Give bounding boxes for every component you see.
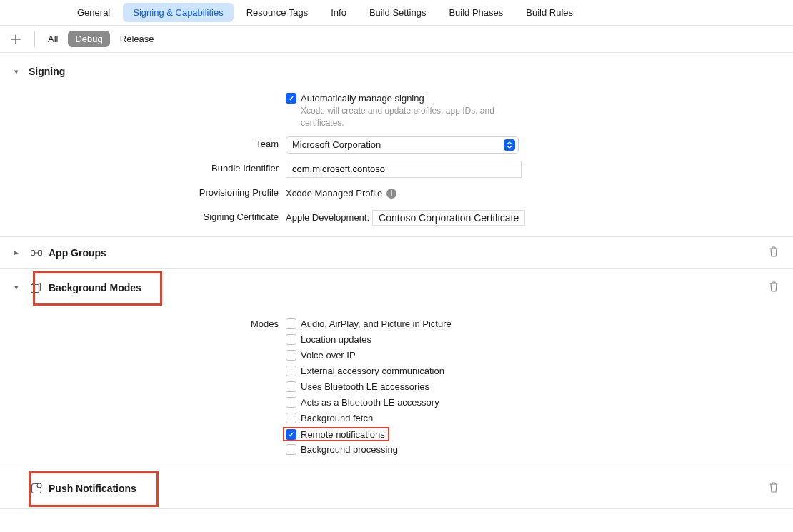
select-arrows-icon <box>504 139 515 151</box>
section-signing: ▾ Signing ✓ Automatically manage signing… <box>0 53 793 237</box>
chevron-right-icon[interactable]: ▸ <box>14 248 24 257</box>
trash-icon <box>769 246 779 257</box>
auto-manage-signing-label: Automatically manage signing <box>301 93 424 104</box>
tab-signing-capabilities[interactable]: Signing & Capabilities <box>123 3 233 22</box>
mode-label: Voice over IP <box>301 350 356 361</box>
plus-icon <box>11 34 21 44</box>
bundle-id-label: Bundle Identifier <box>14 161 286 174</box>
tab-build-rules[interactable]: Build Rules <box>516 3 583 22</box>
mode-item: Acts as a Bluetooth LE accessory <box>286 395 452 411</box>
mode-checkbox[interactable] <box>286 397 296 408</box>
background-modes-title: Background Modes <box>49 282 141 293</box>
background-modes-icon <box>29 283 44 293</box>
separator <box>34 31 35 47</box>
info-icon[interactable]: i <box>386 189 396 199</box>
push-notifications-icon <box>29 483 44 494</box>
provisioning-profile-label: Provisioning Profile <box>14 185 286 198</box>
mode-label: Acts as a Bluetooth LE accessory <box>301 397 439 408</box>
tab-build-phases[interactable]: Build Phases <box>439 3 513 22</box>
mode-label: Audio, AirPlay, and Picture in Picture <box>301 318 452 329</box>
mode-label: Background processing <box>301 444 398 455</box>
capability-toolbar: All Debug Release <box>0 26 793 53</box>
push-notifications-title: Push Notifications <box>49 483 136 494</box>
team-select[interactable]: Microsoft Corporation <box>286 136 519 154</box>
auto-manage-signing-help: Xcode will create and update profiles, a… <box>301 105 515 129</box>
provisioning-profile-value: Xcode Managed Profile <box>286 188 382 199</box>
delete-push-notifications-button[interactable] <box>769 481 779 495</box>
highlight-remote-notifications: ✓Remote notifications <box>283 427 389 441</box>
svg-rect-1 <box>39 250 42 255</box>
trash-icon <box>769 481 779 493</box>
editor-tabs: General Signing & Capabilities Resource … <box>0 0 793 26</box>
tab-general[interactable]: General <box>67 3 120 22</box>
mode-checkbox[interactable] <box>286 334 296 345</box>
mode-label: External accessory communication <box>301 366 444 376</box>
mode-checkbox[interactable] <box>286 413 296 423</box>
signing-certificate-value: Contoso Corporation Certificate <box>372 210 525 226</box>
modes-label: Modes <box>14 316 286 329</box>
mode-item: Uses Bluetooth LE accessories <box>286 379 452 395</box>
mode-item: Background processing <box>286 442 452 458</box>
mode-checkbox[interactable] <box>286 366 296 376</box>
mode-checkbox[interactable] <box>286 318 296 329</box>
mode-item: External accessory communication <box>286 363 452 379</box>
mode-item: Voice over IP <box>286 348 452 363</box>
signing-certificate-prefix: Apple Development: <box>286 212 369 223</box>
section-app-groups: ▸ App Groups <box>0 237 793 269</box>
svg-point-5 <box>37 483 41 488</box>
app-groups-icon <box>29 249 44 256</box>
svg-rect-0 <box>31 250 35 255</box>
section-push-notifications: ▾ Push Notifications <box>0 468 793 509</box>
mode-checkbox[interactable] <box>286 381 296 392</box>
delete-background-modes-button[interactable] <box>769 281 779 294</box>
tab-resource-tags[interactable]: Resource Tags <box>236 3 318 22</box>
mode-item: Audio, AirPlay, and Picture in Picture <box>286 316 452 332</box>
chevron-down-icon[interactable]: ▾ <box>14 283 24 292</box>
auto-manage-signing-checkbox[interactable]: ✓ <box>286 93 296 104</box>
add-capability-button[interactable] <box>9 32 23 46</box>
mode-item: ✓Remote notifications <box>286 426 452 442</box>
section-background-modes: ▾ Background Modes Modes Audio, AirPlay,… <box>0 269 793 468</box>
bundle-id-input[interactable] <box>286 161 522 178</box>
team-label: Team <box>14 136 286 149</box>
chevron-down-icon[interactable]: ▾ <box>14 67 24 76</box>
signing-title: Signing <box>29 66 65 77</box>
mode-checkbox[interactable] <box>286 350 296 361</box>
filter-all[interactable]: All <box>41 31 65 47</box>
signing-certificate-label: Signing Certificate <box>14 209 286 222</box>
filter-release[interactable]: Release <box>113 31 161 47</box>
mode-item: Location updates <box>286 332 452 348</box>
modes-list: Audio, AirPlay, and Picture in PictureLo… <box>286 316 452 458</box>
app-groups-title: App Groups <box>49 247 106 259</box>
mode-label: Remote notifications <box>301 429 385 440</box>
tab-info[interactable]: Info <box>321 3 356 22</box>
mode-checkbox[interactable]: ✓ <box>286 429 296 440</box>
mode-label: Location updates <box>301 334 371 345</box>
tab-build-settings[interactable]: Build Settings <box>359 3 437 22</box>
delete-app-groups-button[interactable] <box>769 246 779 259</box>
svg-rect-3 <box>31 284 39 292</box>
filter-debug[interactable]: Debug <box>68 31 109 47</box>
mode-checkbox[interactable] <box>286 444 296 455</box>
team-value: Microsoft Corporation <box>292 139 504 150</box>
trash-icon <box>769 281 779 292</box>
mode-label: Uses Bluetooth LE accessories <box>301 381 429 392</box>
mode-label: Background fetch <box>301 413 373 423</box>
mode-item: Background fetch <box>286 411 452 426</box>
